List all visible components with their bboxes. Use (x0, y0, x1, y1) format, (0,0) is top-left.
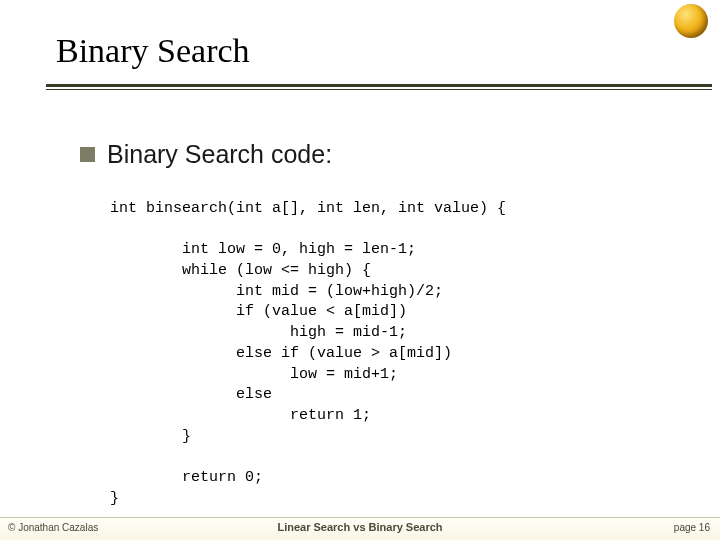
title-underline (46, 84, 712, 88)
footer-bar: © Jonathan Cazalas Linear Search vs Bina… (0, 517, 720, 540)
code-block: int binsearch(int a[], int len, int valu… (110, 199, 506, 509)
underline-thick (46, 84, 712, 87)
footer-title: Linear Search vs Binary Search (0, 521, 720, 533)
bullet-text: Binary Search code: (107, 140, 332, 169)
logo-icon (674, 4, 708, 38)
bullet-item: Binary Search code: (80, 140, 332, 169)
slide-title: Binary Search (56, 32, 250, 70)
bullet-square-icon (80, 147, 95, 162)
slide: Binary Search Binary Search code: int bi… (0, 0, 720, 540)
footer-page: page 16 (674, 522, 710, 533)
underline-thin (46, 89, 712, 90)
